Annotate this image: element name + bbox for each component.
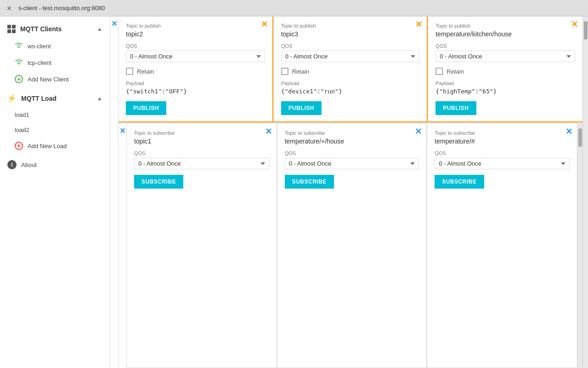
add-load-icon: + xyxy=(15,142,23,150)
sub1-qos-label: QOS xyxy=(134,150,269,156)
sub1-qos-row: 0 - Almost Once 1 - At Least Once 2 - Ex… xyxy=(134,158,269,169)
pub1-topic-label: Topic to publish xyxy=(126,23,265,29)
scroll-thumb-pub xyxy=(584,21,588,40)
pub1-qos-row: 0 - Almost Once 1 - At Least Once 2 - Ex… xyxy=(126,51,265,62)
pub2-topic-value: topic3 xyxy=(281,30,420,38)
sidebar-item-load1[interactable]: load1 xyxy=(0,107,110,122)
add-new-client-item[interactable]: + Add New Client xyxy=(0,71,110,87)
add-new-load-item[interactable]: + Add New Load xyxy=(0,138,110,154)
pub-card-3-close[interactable]: ✕ xyxy=(571,20,578,29)
sidebar-section-load-header[interactable]: ⚡ MQTT Load ▲ xyxy=(0,89,110,107)
sub2-subscribe-button[interactable]: SUBSCRIBE xyxy=(285,175,334,189)
pub3-topic-label: Topic to publish xyxy=(435,23,575,29)
sub1-topic-value: topic1 xyxy=(134,138,269,145)
pub3-topic-value: temperature/kitchen/house xyxy=(435,30,575,38)
pub2-retain-label: Retain xyxy=(292,68,310,75)
sub3-subscribe-button[interactable]: SUBSCRIBE xyxy=(435,175,484,189)
publish-card-3: ✕ Topic to publish temperature/kitchen/h… xyxy=(428,17,582,122)
wifi-icon-ws xyxy=(15,42,23,50)
pub3-retain-label: Retain xyxy=(447,68,464,75)
lightning-icon: ⚡ xyxy=(7,94,17,103)
load1-label: load1 xyxy=(15,111,29,118)
tcp-client-label: tcp-client xyxy=(28,59,51,66)
subscribe-card-1: ✕ Topic to subscribe topic1 QOS 0 - Almo… xyxy=(127,124,277,368)
svg-marker-1 xyxy=(17,63,20,65)
pub1-retain-row: Retain xyxy=(126,68,265,75)
pub2-retain-checkbox[interactable] xyxy=(281,68,288,75)
pub1-payload-value: {"switch1":"OFF"} xyxy=(126,88,265,95)
publish-card-1: ✕ Topic to publish topic2 QOS 0 - Almost… xyxy=(119,17,273,122)
sub3-qos-select[interactable]: 0 - Almost Once 1 - At Least Once 2 - Ex… xyxy=(435,158,570,169)
pub1-qos-select[interactable]: 0 - Almost Once 1 - At Least Once 2 - Ex… xyxy=(126,51,265,62)
sub-card-1-close[interactable]: ✕ xyxy=(265,127,272,136)
add-client-icon: + xyxy=(15,75,23,83)
sub-card-2-close[interactable]: ✕ xyxy=(415,127,422,136)
subscribe-section: ✕ ✕ Topic to subscribe topic1 QOS 0 - Al… xyxy=(119,124,582,368)
left-close-sub-icon[interactable]: ✕ xyxy=(119,127,125,135)
pub3-qos-label: QOS xyxy=(435,43,575,49)
left-close-pub-icon[interactable]: ✕ xyxy=(111,20,117,28)
sub2-topic-label: Topic to subscribe xyxy=(285,130,419,136)
sidebar-item-tcp-client[interactable]: tcp-client xyxy=(0,54,110,71)
sub1-qos-select[interactable]: 0 - Almost Once 1 - At Least Once 2 - Ex… xyxy=(134,158,269,169)
scrollbar-pub[interactable] xyxy=(582,17,588,368)
pub3-qos-row: 0 - Almost Once 1 - At Least Once 2 - Ex… xyxy=(435,51,575,62)
left-panel-handle-pub: ✕ xyxy=(110,17,119,368)
pub1-retain-checkbox[interactable] xyxy=(126,68,133,75)
publish-card-2: ✕ Topic to publish topic3 QOS 0 - Almost… xyxy=(273,17,428,122)
subscribe-card-3: ✕ Topic to subscribe temperature/# QOS 0… xyxy=(427,124,577,368)
pub2-topic-label: Topic to publish xyxy=(281,23,420,29)
chevron-up-icon: ▲ xyxy=(97,26,102,32)
pub2-qos-select[interactable]: 0 - Almost Once 1 - At Least Once 2 - Ex… xyxy=(281,51,420,62)
pub2-payload-label: Payload xyxy=(281,80,420,86)
mqtt-clients-label: MQTT Clients xyxy=(20,25,62,33)
pub1-qos-label: QOS xyxy=(126,43,265,49)
pub3-retain-checkbox[interactable] xyxy=(435,68,443,75)
svg-marker-0 xyxy=(17,46,20,48)
sidebar-item-about[interactable]: i About xyxy=(0,156,110,173)
add-client-label: Add New Client xyxy=(28,76,69,83)
sub3-qos-row: 0 - Almost Once 1 - At Least Once 2 - Ex… xyxy=(435,158,570,169)
pub1-topic-value: topic2 xyxy=(126,30,265,38)
close-icon[interactable]: ✕ xyxy=(6,5,13,12)
scrollbar-right[interactable] xyxy=(577,124,582,368)
grid-icon xyxy=(7,25,16,33)
pub1-payload-label: Payload xyxy=(126,80,265,86)
sub2-qos-row: 0 - Almost Once 1 - At Least Once 2 - Ex… xyxy=(285,158,419,169)
pub1-publish-button[interactable]: PUBLISH xyxy=(126,101,166,115)
pub3-payload-value: {"highTemp":"65"} xyxy=(435,88,575,95)
sub2-topic-value: temperature/+/house xyxy=(285,138,419,145)
sub3-qos-label: QOS xyxy=(435,150,570,156)
pub3-retain-row: Retain xyxy=(435,68,575,75)
pub2-retain-row: Retain xyxy=(281,68,420,75)
title-bar: ✕ s-client - test.mosquitto.org:8080 xyxy=(0,0,588,17)
pub2-payload-value: {"device1":"run"} xyxy=(281,88,420,95)
sub2-qos-select[interactable]: 0 - Almost Once 1 - At Least Once 2 - Ex… xyxy=(285,158,419,169)
main-layout: MQTT Clients ▲ ws-client xyxy=(0,17,588,368)
sidebar-section-load: ⚡ MQTT Load ▲ load1 load2 + Add New Load xyxy=(0,89,110,154)
pub2-qos-label: QOS xyxy=(281,43,420,49)
pub2-qos-row: 0 - Almost Once 1 - At Least Once 2 - Ex… xyxy=(281,51,420,62)
about-label: About xyxy=(21,161,37,168)
content-area: ✕ ✕ Topic to publish topic2 QOS 0 - Almo… xyxy=(110,17,588,368)
subscribe-row: ✕ Topic to subscribe topic1 QOS 0 - Almo… xyxy=(127,124,577,368)
sidebar-item-ws-client[interactable]: ws-client xyxy=(0,38,110,54)
window-title: s-client - test.mosquitto.org:8080 xyxy=(18,5,105,12)
pub2-publish-button[interactable]: PUBLISH xyxy=(281,101,322,115)
pub-card-2-close[interactable]: ✕ xyxy=(415,20,422,29)
add-load-label: Add New Load xyxy=(28,143,67,150)
info-icon: i xyxy=(7,160,17,169)
load2-label: load2 xyxy=(15,126,29,133)
sub-card-3-close[interactable]: ✕ xyxy=(565,127,572,136)
sub3-topic-value: temperature/# xyxy=(435,138,570,145)
publish-row: ✕ Topic to publish topic2 QOS 0 - Almost… xyxy=(119,17,582,124)
left-panel-handle-sub: ✕ xyxy=(119,124,127,368)
sub3-topic-label: Topic to subscribe xyxy=(435,130,570,136)
pub-card-1-close[interactable]: ✕ xyxy=(261,20,268,29)
pub3-qos-select[interactable]: 0 - Almost Once 1 - At Least Once 2 - Ex… xyxy=(435,51,575,62)
ws-client-label: ws-client xyxy=(28,43,51,50)
sidebar-item-load2[interactable]: load2 xyxy=(0,122,110,138)
sub1-subscribe-button[interactable]: SUBSCRIBE xyxy=(134,175,183,189)
sidebar-section-clients-header[interactable]: MQTT Clients ▲ xyxy=(0,20,110,38)
pub3-publish-button[interactable]: PUBLISH xyxy=(435,101,476,115)
